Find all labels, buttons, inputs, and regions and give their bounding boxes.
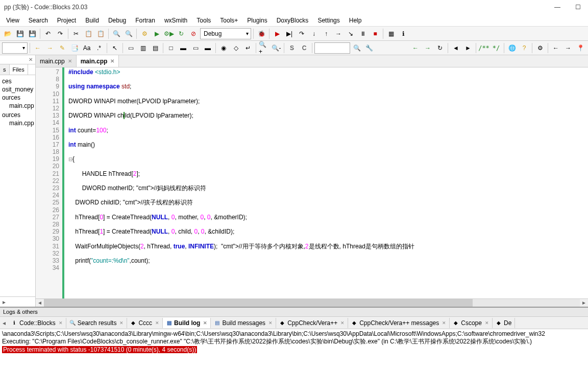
next-line-icon[interactable]: ↷ — [296, 28, 307, 39]
log-tab-cccc[interactable]: ◆Cccc✕ — [127, 318, 163, 328]
block5-icon[interactable]: ▭ — [190, 42, 201, 54]
replace-icon[interactable]: 🔍 — [123, 28, 134, 39]
menu-settings[interactable]: Settings — [313, 15, 344, 26]
menu-build[interactable]: Build — [81, 15, 103, 26]
redo-icon[interactable]: ↷ — [55, 28, 66, 39]
menu-search[interactable]: Search — [24, 15, 52, 26]
undo-icon[interactable]: ↶ — [42, 28, 54, 39]
arrow-right-icon[interactable]: → — [562, 42, 574, 54]
menu-debug[interactable]: Debug — [104, 15, 130, 26]
toggle2-icon[interactable]: ▤ — [150, 42, 161, 54]
close-icon[interactable]: ✕ — [59, 320, 63, 326]
close-icon[interactable]: ✕ — [268, 320, 273, 326]
source-icon[interactable]: S — [286, 42, 298, 54]
code-content[interactable]: #include <stdio.h>using namespace std;DW… — [64, 67, 588, 298]
block6-icon[interactable]: ▬ — [202, 42, 213, 54]
step-into-icon[interactable]: ↓ — [308, 28, 320, 39]
tree-item[interactable]: osit_money — [1, 85, 34, 94]
stop-icon[interactable]: ■ — [370, 28, 381, 39]
scroll-right-icon[interactable]: ▸ — [580, 299, 588, 307]
globe-icon[interactable]: 🌐 — [506, 42, 518, 54]
log-tab-buildlog[interactable]: ▤Build log✕ — [163, 318, 211, 328]
debug-continue-icon[interactable]: ▶ — [272, 28, 283, 39]
search-next-icon[interactable]: 🔧 — [363, 42, 375, 54]
abort-icon[interactable]: ⊘ — [188, 28, 199, 39]
step-out-icon[interactable]: ↑ — [321, 28, 332, 39]
scroll-thumb[interactable] — [44, 299, 473, 307]
close-icon[interactable]: ✕ — [68, 58, 72, 64]
tree-item[interactable]: ces — [1, 77, 34, 85]
log-tab-cscope[interactable]: ◆Cscope✕ — [450, 318, 493, 328]
rebuild-icon[interactable]: ↻ — [176, 28, 187, 39]
open-icon[interactable]: 📂 — [2, 28, 13, 39]
last-icon[interactable]: ↻ — [434, 42, 446, 54]
menu-plugins[interactable]: Plugins — [243, 15, 271, 26]
nav-prev-icon[interactable]: ← — [410, 42, 421, 54]
pin-icon[interactable]: 📍 — [575, 42, 586, 54]
save-all-icon[interactable]: 💾 — [27, 28, 38, 39]
block-icon[interactable]: ▭ — [125, 42, 136, 54]
block4-icon[interactable]: ▬ — [178, 42, 189, 54]
run-to-cursor-icon[interactable]: ▶| — [284, 28, 295, 39]
block3-icon[interactable]: □ — [165, 42, 177, 54]
tree-item-file[interactable]: main.cpp — [1, 119, 34, 127]
menu-tools[interactable]: Tools — [192, 15, 215, 26]
logs-content[interactable]: \anaconda3\Scripts;C:\Users\wsq30\anacon… — [0, 329, 588, 368]
scope-dropdown[interactable] — [2, 42, 28, 54]
tree-item-file[interactable]: main.cpp — [1, 102, 34, 110]
close-icon[interactable]: ✕ — [203, 320, 207, 326]
break-icon[interactable]: ⏸ — [357, 28, 369, 39]
debug-icon[interactable]: 🐞 — [256, 28, 267, 39]
tree-item[interactable]: ources — [1, 111, 34, 119]
minimize-button[interactable]: — — [551, 1, 564, 13]
logs-tabs-left-icon[interactable]: ◂ — [0, 319, 8, 327]
close-icon[interactable]: ✕ — [110, 58, 114, 64]
log-tab-cppcheck[interactable]: ◆CppCheck/Vera++✕ — [276, 318, 348, 328]
info-icon[interactable]: ℹ — [398, 28, 409, 39]
menu-fortran[interactable]: Fortran — [131, 15, 159, 26]
return-icon[interactable]: ↵ — [242, 42, 254, 54]
close-icon[interactable]: ✕ — [340, 320, 345, 326]
nav-prev2-icon[interactable]: ◄ — [450, 42, 461, 54]
tree-item[interactable]: ources — [1, 94, 34, 102]
jump-back-icon[interactable]: ← — [32, 42, 43, 54]
copy-icon[interactable]: 📋 — [83, 28, 94, 39]
menu-tools-plus[interactable]: Tools+ — [216, 15, 242, 26]
menu-wxsmith[interactable]: wxSmith — [160, 15, 191, 26]
sidebar-nav-right-icon[interactable]: ▸ — [0, 298, 8, 306]
log-tab-debug[interactable]: ◆De — [493, 318, 515, 328]
scroll-left-icon[interactable]: ◂ — [36, 299, 44, 307]
search-prev-icon[interactable]: 🔍 — [351, 42, 362, 54]
log-tab-cppcheckmsg[interactable]: ◆CppCheck/Vera++ messages✕ — [348, 318, 450, 328]
horizontal-scrollbar[interactable]: ◂ ▸ — [36, 298, 588, 307]
break2-icon[interactable]: ◉ — [218, 42, 229, 54]
next-instr-icon[interactable]: → — [333, 28, 344, 39]
zoom-out-icon[interactable]: 🔍- — [271, 42, 282, 54]
save-icon[interactable]: 💾 — [14, 28, 26, 39]
gear-icon[interactable]: ⚙ — [534, 42, 546, 54]
comment2-icon[interactable]: */ — [491, 42, 502, 54]
nav-next2-icon[interactable]: ► — [462, 42, 474, 54]
toggle1-icon[interactable]: ▥ — [137, 42, 149, 54]
log-tab-search[interactable]: 🔍Search results✕ — [66, 318, 128, 328]
jump-fwd-icon[interactable]: → — [44, 42, 56, 54]
search-input[interactable] — [314, 42, 350, 54]
debug-windows-icon[interactable]: ▦ — [385, 28, 397, 39]
sidebar-close-icon[interactable]: ✕ — [27, 56, 35, 63]
sidebar-tab-symbols[interactable]: s — [0, 64, 10, 75]
class-icon[interactable]: C — [299, 42, 310, 54]
highlight-icon[interactable]: ✎ — [57, 42, 68, 54]
comment-icon[interactable]: /** — [478, 42, 489, 54]
cut-icon[interactable]: ✂ — [70, 28, 82, 39]
log-tab-buildmsg[interactable]: ▤Build messages✕ — [211, 318, 276, 328]
build-run-icon[interactable]: ⚙▶ — [163, 28, 175, 39]
close-icon[interactable]: ✕ — [442, 320, 446, 326]
project-tree[interactable]: ces osit_money ources main.cpp ources ma… — [0, 75, 35, 296]
paste-icon[interactable]: 📋 — [95, 28, 106, 39]
nav-next-icon[interactable]: → — [422, 42, 433, 54]
help-icon[interactable]: ? — [519, 42, 530, 54]
close-icon[interactable]: ✕ — [155, 320, 159, 326]
match-case-icon[interactable]: Aa — [81, 42, 92, 54]
menu-doxyblocks[interactable]: DoxyBlocks — [273, 15, 313, 26]
select-icon[interactable]: ↖ — [109, 42, 120, 54]
